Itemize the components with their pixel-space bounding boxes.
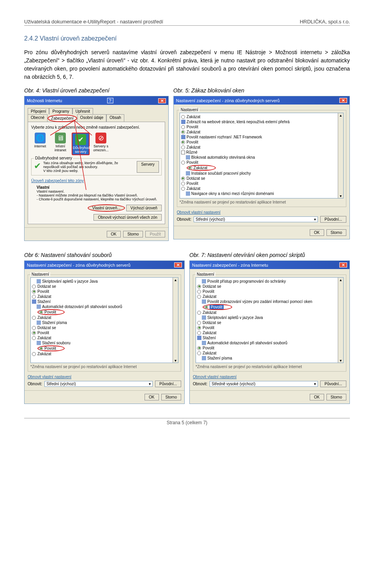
custom-h: Vlastní bbox=[37, 185, 162, 190]
radio-option[interactable]: Dotázat se bbox=[197, 284, 342, 289]
close-icon[interactable]: ✕ bbox=[174, 262, 182, 267]
chevron-down-icon[interactable]: ▾ bbox=[338, 194, 343, 198]
tab-upresnit[interactable]: Upřesnit bbox=[72, 108, 93, 114]
chevron-down-icon[interactable]: ▾ bbox=[338, 358, 343, 363]
radio-option[interactable]: Povolit bbox=[32, 289, 177, 294]
radio-option[interactable]: Dotázat se bbox=[32, 325, 177, 330]
dialog-security-settings-trusted: Nastavení zabezpečení - zóna důvěryhodný… bbox=[173, 96, 350, 239]
radio-icon bbox=[32, 316, 36, 320]
radio-icon bbox=[181, 145, 185, 149]
radio-option[interactable]: Zakázat bbox=[187, 165, 216, 171]
close-icon[interactable]: ✕ bbox=[158, 98, 166, 103]
scrollbar[interactable]: ▴ ▾ bbox=[173, 278, 178, 363]
tab-zabezpeceni[interactable]: Zabezpečení bbox=[48, 115, 77, 122]
radio-option[interactable]: Zakázat bbox=[197, 351, 342, 356]
tree-header: Stažení bbox=[32, 299, 177, 304]
servers-button[interactable]: Servery bbox=[137, 161, 159, 173]
tab-osobni-udaje[interactable]: Osobní údaje bbox=[77, 114, 107, 122]
option-label: Povolit bbox=[187, 181, 198, 186]
radio-option[interactable]: Dotázat se bbox=[32, 284, 177, 289]
item-icon bbox=[186, 191, 190, 196]
radio-option[interactable]: Povolit bbox=[37, 309, 65, 315]
header-right: HRDLIČKA, spol.s r.o. bbox=[300, 19, 350, 25]
tab-obecne[interactable]: Obecné bbox=[28, 114, 48, 122]
zone-trusted[interactable]: ✔Důvěryhodné servery bbox=[72, 133, 90, 155]
radio-option[interactable]: Povolit bbox=[181, 160, 342, 165]
chevron-up-icon[interactable]: ▴ bbox=[338, 113, 343, 117]
radio-icon bbox=[39, 310, 43, 314]
radio-option[interactable]: Zakázat bbox=[181, 129, 342, 135]
zone-intranet[interactable]: 🖥Místní intranet bbox=[51, 133, 69, 155]
radio-icon bbox=[181, 115, 185, 119]
cancel-button[interactable]: Storno bbox=[326, 394, 346, 400]
radio-option[interactable]: Povolit bbox=[197, 325, 342, 330]
option-label: Dotázat se bbox=[37, 326, 56, 330]
radio-option[interactable]: Zakázat bbox=[32, 315, 177, 320]
ok-button[interactable]: OK bbox=[107, 231, 121, 237]
ok-button[interactable]: OK bbox=[310, 229, 324, 236]
radio-option[interactable]: Dotázat se bbox=[197, 320, 342, 325]
tree-subitem: Navigace okny a rámci mezi různými domén… bbox=[181, 191, 342, 196]
radio-option[interactable]: Zakázat bbox=[181, 114, 342, 119]
close-icon[interactable]: ✕ bbox=[339, 262, 347, 267]
apply-button[interactable]: Použít bbox=[145, 231, 165, 237]
reset-button[interactable]: Původní... bbox=[320, 216, 346, 223]
radio-option[interactable]: Zakázat bbox=[197, 330, 342, 335]
reset-all-zones-button[interactable]: Obnovit výchozí úroveň všech zón bbox=[94, 214, 161, 221]
chevron-up-icon[interactable]: ▴ bbox=[338, 278, 343, 282]
category-icon bbox=[32, 299, 36, 304]
dlg6-hint: *Změna nastavení se projeví po restartov… bbox=[30, 365, 178, 369]
reset-button[interactable]: Původní... bbox=[155, 381, 181, 387]
reset-select[interactable]: Střední (výchozí)▾ bbox=[194, 216, 318, 222]
option-label: Zakázat bbox=[187, 186, 201, 191]
radio-option[interactable]: Dotázat se bbox=[181, 176, 342, 181]
tab-obsah[interactable]: Obsah bbox=[106, 114, 124, 122]
reset-button[interactable]: Původní... bbox=[320, 381, 346, 387]
radio-option[interactable]: Zakázat bbox=[197, 294, 342, 299]
tab-pripojeni[interactable]: Připojení bbox=[28, 108, 49, 114]
radio-icon bbox=[197, 346, 201, 350]
zone-restricted[interactable]: ⊘Servery s omezen... bbox=[92, 133, 110, 155]
radio-option[interactable]: Povolit bbox=[37, 345, 65, 351]
reset-select[interactable]: Střední (výchozí)▾ bbox=[44, 381, 153, 387]
scrollbar[interactable]: ▴ ▾ bbox=[338, 278, 343, 363]
checkmark-icon: ✔ bbox=[34, 161, 41, 173]
radio-icon bbox=[197, 295, 201, 299]
radio-option[interactable]: Povolit bbox=[181, 124, 342, 129]
radio-option[interactable]: Zakázat bbox=[181, 186, 342, 191]
chevron-down-icon[interactable]: ▾ bbox=[173, 358, 178, 363]
cancel-button[interactable]: Storno bbox=[161, 394, 181, 400]
option-label: Zakázat bbox=[187, 115, 201, 119]
radio-option[interactable]: Zakázat bbox=[32, 335, 177, 340]
help-icon[interactable]: ? bbox=[107, 98, 113, 103]
radio-option[interactable]: Zakázat bbox=[32, 351, 177, 356]
radio-option[interactable]: Povolit bbox=[32, 330, 177, 335]
ok-button[interactable]: OK bbox=[145, 394, 159, 400]
item-icon bbox=[202, 356, 206, 360]
tree-subitem: Automatické dotazování při stahování sou… bbox=[197, 340, 342, 345]
default-level-button[interactable]: Výchozí úroveň bbox=[126, 205, 162, 211]
close-icon[interactable]: ✕ bbox=[339, 98, 347, 103]
cancel-button[interactable]: Storno bbox=[123, 231, 143, 237]
radio-option[interactable]: Povolit bbox=[197, 345, 342, 351]
tab-programy[interactable]: Programy bbox=[49, 108, 72, 114]
chevron-up-icon[interactable]: ▴ bbox=[173, 278, 178, 282]
cancel-button[interactable]: Storno bbox=[326, 229, 346, 236]
dlg6-reset-h: Obnovit vlastní nastavení bbox=[28, 375, 71, 379]
radio-option[interactable]: Povolit bbox=[203, 304, 232, 310]
tree-subitem: Skriptování apletů v jazyce Java bbox=[32, 279, 177, 284]
dlg7-group: Nastavení bbox=[196, 272, 215, 276]
zone-internet[interactable]: 🌐Internet bbox=[31, 133, 49, 155]
dlg7-hint: *Změna nastavení se projeví po restartov… bbox=[196, 365, 344, 369]
tree-header: Zobrazit na webové stránce, která nepouž… bbox=[181, 119, 342, 124]
radio-option[interactable]: Povolit bbox=[181, 181, 342, 186]
radio-option[interactable]: Povolit bbox=[197, 289, 342, 294]
radio-option[interactable]: Zakázat bbox=[32, 294, 177, 299]
reset-select[interactable]: Středně vysoké (výchozí)▾ bbox=[210, 381, 318, 387]
radio-option[interactable]: Zakázat bbox=[181, 145, 342, 150]
radio-option[interactable]: Zakázat bbox=[197, 310, 342, 315]
ok-button[interactable]: OK bbox=[310, 394, 324, 400]
scrollbar[interactable]: ▴ ▾ bbox=[338, 113, 343, 198]
radio-option[interactable]: Povolit bbox=[181, 140, 342, 145]
custom-level-button[interactable]: Vlastní úroveň... bbox=[88, 204, 125, 212]
